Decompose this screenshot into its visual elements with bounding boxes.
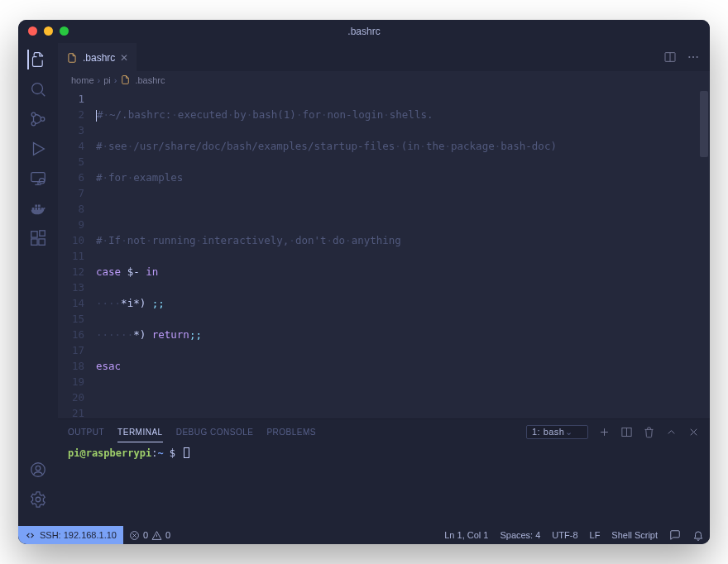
- zoom-window-icon[interactable]: [60, 26, 69, 36]
- svg-point-15: [692, 56, 694, 58]
- accounts-icon[interactable]: [28, 460, 48, 480]
- remote-explorer-icon[interactable]: [28, 169, 48, 189]
- eol[interactable]: LF: [584, 529, 606, 541]
- app-window: .bashrc .bashrc ✕: [18, 20, 710, 544]
- svg-point-16: [697, 56, 698, 58]
- traffic-lights: [28, 26, 69, 36]
- extensions-icon[interactable]: [28, 228, 48, 248]
- activity-bar: [18, 43, 58, 526]
- svg-point-1: [31, 112, 36, 117]
- panel-tabs: OUTPUT TERMINAL DEBUG CONSOLE PROBLEMS 1…: [58, 419, 710, 444]
- indentation[interactable]: Spaces: 4: [494, 529, 546, 541]
- terminal-cursor: [184, 447, 189, 458]
- svg-point-11: [36, 466, 41, 471]
- breadcrumb-segment[interactable]: home: [71, 75, 94, 85]
- svg-point-3: [41, 117, 45, 122]
- minimize-window-icon[interactable]: [44, 26, 53, 36]
- search-icon[interactable]: [28, 79, 48, 99]
- split-terminal-icon[interactable]: [620, 426, 633, 438]
- editor[interactable]: 1234567891011121314151617181920212223 #·…: [58, 89, 710, 418]
- tab-bashrc[interactable]: .bashrc ✕: [58, 43, 136, 71]
- app-body: .bashrc ✕ home › pi › .bashrc 1234567891…: [18, 43, 710, 526]
- language-mode[interactable]: Shell Script: [606, 529, 663, 541]
- terminal-selector[interactable]: 1: bash ⌄: [526, 425, 588, 439]
- tab-problems[interactable]: PROBLEMS: [266, 428, 316, 437]
- kill-terminal-icon[interactable]: [643, 426, 655, 438]
- close-window-icon[interactable]: [28, 26, 37, 36]
- problems-status[interactable]: 0 0: [123, 530, 176, 541]
- source-control-icon[interactable]: [28, 109, 48, 129]
- titlebar[interactable]: .bashrc: [18, 20, 710, 43]
- svg-rect-9: [40, 231, 45, 236]
- breadcrumb-segment[interactable]: .bashrc: [135, 75, 165, 85]
- tab-terminal[interactable]: TERMINAL: [117, 428, 163, 442]
- more-actions-icon[interactable]: [687, 50, 700, 64]
- code-area[interactable]: #·~/.bashrc:·executed·by·bash(1)·for·non…: [96, 89, 710, 418]
- file-icon: [66, 52, 78, 64]
- editor-group: .bashrc ✕ home › pi › .bashrc 1234567891…: [58, 43, 710, 526]
- window-title: .bashrc: [347, 26, 380, 37]
- svg-rect-4: [31, 173, 46, 182]
- svg-point-12: [36, 497, 41, 502]
- scrollbar[interactable]: [700, 91, 708, 157]
- breadcrumbs[interactable]: home › pi › .bashrc: [58, 71, 710, 89]
- svg-rect-6: [31, 232, 37, 237]
- breadcrumb-segment[interactable]: pi: [103, 75, 111, 85]
- tab-bar: .bashrc ✕: [58, 43, 710, 71]
- svg-point-14: [688, 56, 690, 58]
- chevron-right-icon: ›: [114, 75, 117, 85]
- svg-point-5: [39, 179, 44, 184]
- maximize-panel-icon[interactable]: [665, 426, 678, 438]
- settings-gear-icon[interactable]: [28, 490, 48, 509]
- chevron-down-icon: ⌄: [565, 427, 573, 437]
- svg-rect-7: [31, 239, 37, 245]
- close-panel-icon[interactable]: [687, 426, 700, 438]
- bottom-panel: OUTPUT TERMINAL DEBUG CONSOLE PROBLEMS 1…: [58, 418, 710, 526]
- feedback-icon[interactable]: [663, 529, 687, 541]
- tab-label: .bashrc: [83, 52, 115, 64]
- file-icon: [120, 74, 132, 86]
- cursor-position[interactable]: Ln 1, Col 1: [438, 529, 494, 541]
- svg-rect-8: [39, 239, 45, 245]
- notifications-icon[interactable]: [687, 529, 710, 541]
- encoding[interactable]: UTF-8: [546, 529, 583, 541]
- chevron-right-icon: ›: [98, 75, 101, 85]
- tab-debug-console[interactable]: DEBUG CONSOLE: [176, 428, 254, 437]
- close-tab-icon[interactable]: ✕: [120, 52, 128, 64]
- split-editor-icon[interactable]: [663, 50, 677, 64]
- tab-output[interactable]: OUTPUT: [68, 428, 104, 437]
- terminal[interactable]: pi@raspberrypi:~ $: [58, 444, 710, 526]
- svg-point-2: [31, 122, 36, 126]
- docker-icon[interactable]: [28, 198, 48, 218]
- run-debug-icon[interactable]: [28, 139, 48, 159]
- remote-indicator[interactable]: SSH: 192.168.1.10: [18, 526, 123, 544]
- new-terminal-icon[interactable]: [598, 426, 611, 438]
- status-bar: SSH: 192.168.1.10 0 0 Ln 1, Col 1 Spaces…: [18, 526, 710, 544]
- svg-point-0: [32, 84, 43, 94]
- line-gutter[interactable]: 1234567891011121314151617181920212223: [58, 89, 96, 418]
- explorer-icon[interactable]: [27, 50, 47, 69]
